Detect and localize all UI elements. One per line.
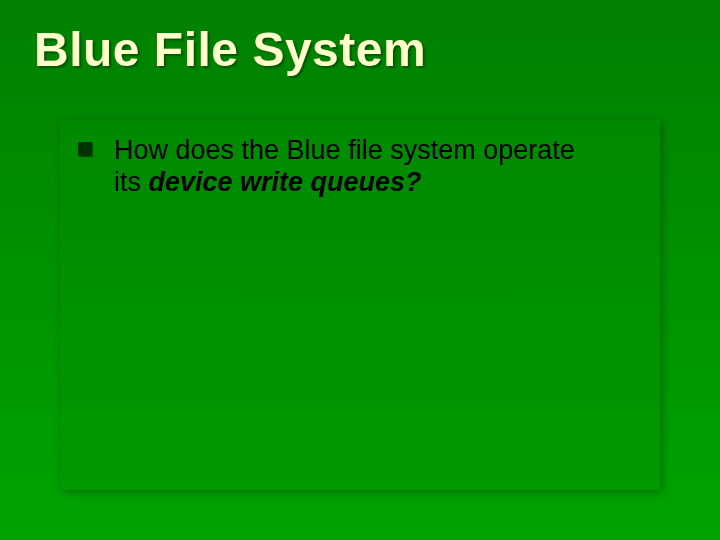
bullet-plain-text: its [114, 167, 149, 197]
content-box: How does the Blue file system operate it… [60, 120, 660, 490]
slide-title: Blue File System [34, 22, 426, 77]
bullet-text: How does the Blue file system operate it… [114, 134, 575, 199]
bullet-emphasis-text: device write queues? [149, 167, 422, 197]
square-bullet-icon [78, 142, 92, 156]
bullet-line-2: its device write queues? [114, 166, 575, 198]
bullet-line-1: How does the Blue file system operate [114, 135, 575, 165]
bullet-item: How does the Blue file system operate it… [78, 134, 642, 199]
